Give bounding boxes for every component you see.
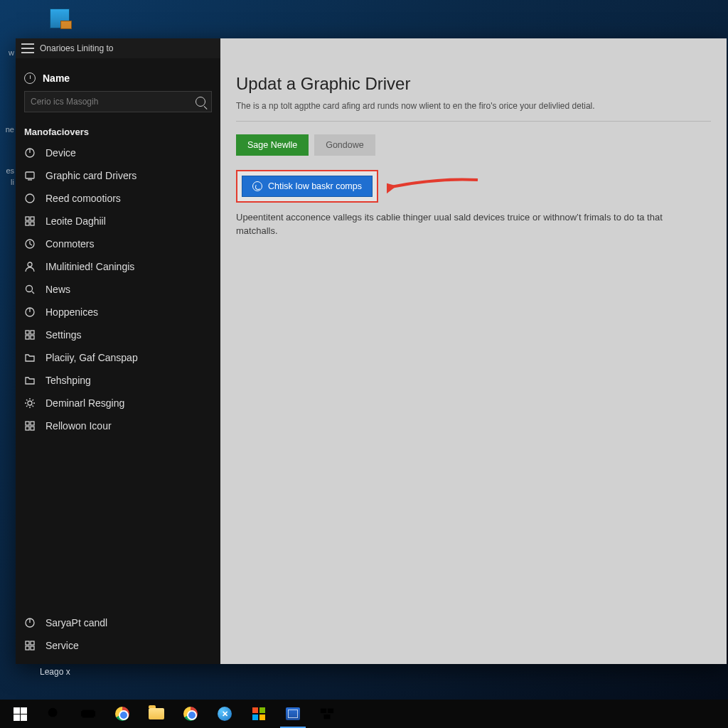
taskbar-item-taskview[interactable] <box>71 700 105 728</box>
taskview-icon <box>80 706 96 722</box>
sidebar-item-label: Leoite Daghiil <box>46 215 106 227</box>
hamburger-menu-icon[interactable] <box>21 43 34 53</box>
sidebar-item[interactable]: Settings <box>16 323 220 346</box>
search-icon <box>24 284 36 295</box>
offscreen-text-fragment: li <box>0 176 14 188</box>
svg-point-0 <box>48 708 58 717</box>
check-updates-button[interactable]: Chtisk Iow baskr comps <box>242 176 373 197</box>
primary-action-button[interactable]: Sage Newlle <box>236 134 309 156</box>
content-pane: Updat a Graphic Driver The is a np tolt … <box>220 38 727 664</box>
window-title: Onarioes Liniting to <box>40 43 113 53</box>
sidebar-item-label: News <box>46 284 70 295</box>
svg-rect-6 <box>328 709 333 713</box>
sidebar-item[interactable]: News <box>16 278 220 301</box>
taskbar-item-chrome1[interactable] <box>105 700 139 728</box>
sidebar-item-label: Hoppenices <box>46 306 98 318</box>
sidebar-item-label: Graphic card Drivers <box>46 170 136 181</box>
taskbar-item-taskview2[interactable] <box>310 700 344 728</box>
sidebar-section-label: Manofaciovers <box>16 112 220 141</box>
offscreen-text-fragment: w <box>0 47 14 58</box>
chrome-icon <box>115 707 129 721</box>
sidebar-search[interactable] <box>24 91 212 112</box>
svg-rect-2 <box>82 710 95 718</box>
description-text: Upeentitent acconence vallegs its cablie… <box>236 211 705 238</box>
folder-icon <box>24 352 36 363</box>
power-icon <box>24 617 36 628</box>
secondary-action-button[interactable]: Gondowe <box>314 134 375 156</box>
sidebar-item-label: Service <box>46 640 79 651</box>
sidebar-item-label: Settings <box>46 329 82 341</box>
divider <box>236 121 711 122</box>
taskbar-item-store2[interactable] <box>276 700 310 728</box>
taskbar-item-start[interactable] <box>3 700 37 728</box>
sidebar-header: Name <box>24 68 212 91</box>
circle-icon <box>24 193 36 204</box>
svg-rect-5 <box>321 709 326 713</box>
sidebar-item-label: Tehshping <box>46 375 91 386</box>
offscreen-text-fragment: es <box>0 165 14 176</box>
folder-icon <box>24 375 36 386</box>
sidebar-item[interactable]: Leoite Daghiil <box>16 210 220 232</box>
sidebar-item[interactable]: Tehshping <box>16 369 220 392</box>
taskbar-item-ms-store[interactable] <box>242 700 276 728</box>
sidebar-item[interactable]: Deminarl Resging <box>16 392 220 414</box>
offscreen-text-fragment: ne <box>0 124 14 135</box>
check-updates-label: Chtisk Iow baskr comps <box>268 181 362 191</box>
windows-start-icon <box>14 707 27 721</box>
sidebar: Name Manofaciovers DeviceGraphic card Dr… <box>16 38 220 664</box>
power-icon <box>24 306 36 318</box>
grid-icon <box>24 329 36 341</box>
sidebar-item-label: Placiiy, Gaf Canspap <box>46 352 138 363</box>
search-icon <box>196 97 205 107</box>
taskbar-item-blue-app[interactable]: ✕ <box>208 700 242 728</box>
sidebar-item[interactable]: IMulitinied! Caningis <box>16 255 220 278</box>
power-icon <box>24 147 36 159</box>
search-icon <box>46 706 62 722</box>
taskbar-item-chrome2[interactable] <box>173 700 208 728</box>
desktop-shortcut[interactable] <box>48 9 71 34</box>
sidebar-item-label: Conmoters <box>46 238 94 250</box>
sidebar-item[interactable]: Conmoters <box>16 232 220 255</box>
grid-icon <box>24 420 36 432</box>
sidebar-item-label: Device <box>46 147 76 159</box>
arrow-annotation <box>387 174 479 196</box>
person-icon <box>24 261 36 272</box>
page-subtitle: The is a np tolt agpthe card afing ard r… <box>236 101 711 111</box>
sidebar-item-label: Deminarl Resging <box>46 397 124 409</box>
highlighted-region: Chtisk Iow baskr comps <box>236 170 378 203</box>
app-icon: ✕ <box>218 707 232 721</box>
gear-icon <box>24 397 36 409</box>
refresh-icon <box>252 181 262 191</box>
svg-rect-3 <box>81 711 83 716</box>
sidebar-item-label: IMulitinied! Caningis <box>46 261 134 272</box>
sidebar-item[interactable]: SaryaPt candl <box>16 611 220 634</box>
multidesktop-icon <box>319 706 335 722</box>
sidebar-item-label: Rellowon Icour <box>46 420 112 432</box>
sidebar-item[interactable]: Service <box>16 634 220 657</box>
svg-rect-7 <box>323 714 330 719</box>
taskbar-item-search[interactable] <box>37 700 71 728</box>
page-title: Updat a Graphic Driver <box>236 74 711 94</box>
sidebar-item[interactable]: Reed comootiors <box>16 187 220 210</box>
chrome-icon <box>183 707 198 721</box>
taskbar: ✕ <box>0 700 728 728</box>
sidebar-item[interactable]: Hoppenices <box>16 301 220 323</box>
sidebar-item[interactable]: Device <box>16 141 220 164</box>
sidebar-name-label: Name <box>43 73 70 84</box>
taskbar-item-file-explorer[interactable] <box>139 700 173 728</box>
grid-icon <box>24 215 36 227</box>
shortcut-icon <box>50 9 70 28</box>
grid-icon <box>24 640 36 651</box>
search-input[interactable] <box>31 97 191 107</box>
settings-window: Onarioes Liniting to Name Manofaciovers … <box>16 38 727 664</box>
clock-icon <box>24 73 36 84</box>
svg-rect-4 <box>93 711 95 716</box>
clock-icon <box>24 238 36 250</box>
sidebar-item[interactable]: Placiiy, Gaf Canspap <box>16 346 220 369</box>
svg-line-1 <box>57 717 60 720</box>
store-icon <box>286 707 300 720</box>
folder-icon <box>149 708 164 719</box>
sidebar-item[interactable]: Graphic card Drivers <box>16 164 220 187</box>
under-window-label: Leago x <box>40 667 70 677</box>
sidebar-item[interactable]: Rellowon Icour <box>16 414 220 437</box>
